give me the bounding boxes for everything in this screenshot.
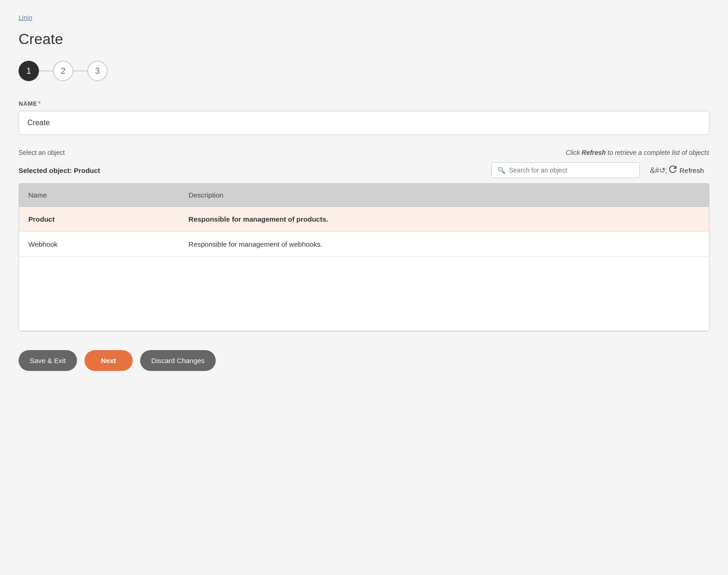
objects-table: Name Description Product Responsible for…: [19, 184, 709, 331]
name-field-group: NAME*: [19, 100, 709, 135]
table-empty-row: [19, 257, 709, 331]
table-wrapper: Name Description Product Responsible for…: [19, 183, 709, 332]
refresh-button[interactable]: &#↺; Refresh: [644, 162, 709, 179]
object-toolbar: Selected object: Product 🔍 &#↺; Refresh: [19, 162, 709, 179]
refresh-label: Refresh: [679, 166, 704, 174]
step-connector-1: [39, 70, 53, 71]
save-exit-button[interactable]: Save & Exit: [19, 350, 77, 371]
object-section: Select an object Click Refresh to retrie…: [19, 149, 709, 332]
row-description: Responsible for management of webhooks.: [179, 232, 709, 257]
table-row[interactable]: Webhook Responsible for management of we…: [19, 232, 709, 257]
step-3[interactable]: 3: [87, 61, 108, 81]
object-section-header: Select an object Click Refresh to retrie…: [19, 149, 709, 156]
row-description: Responsible for management of products.: [179, 207, 709, 232]
required-star: *: [38, 100, 41, 107]
table-row[interactable]: Product Responsible for management of pr…: [19, 207, 709, 232]
name-input[interactable]: [19, 111, 709, 135]
footer-buttons: Save & Exit Next Discard Changes: [19, 350, 709, 371]
refresh-hint: Click Refresh to retrieve a complete lis…: [566, 149, 709, 156]
search-icon: 🔍: [497, 166, 505, 174]
stepper: 1 2 3: [19, 61, 709, 81]
search-input[interactable]: [509, 166, 634, 174]
step-connector-2: [73, 70, 87, 71]
select-object-label: Select an object: [19, 149, 65, 156]
refresh-icon: &#↺;: [650, 166, 676, 175]
row-name: Webhook: [19, 232, 179, 257]
col-name: Name: [19, 184, 179, 207]
name-label: NAME*: [19, 100, 709, 107]
discard-button[interactable]: Discard Changes: [140, 350, 216, 371]
breadcrumb[interactable]: Linio: [19, 14, 709, 21]
next-button[interactable]: Next: [84, 350, 133, 371]
search-box: 🔍: [491, 162, 640, 178]
selected-object-label: Selected object: Product: [19, 166, 100, 174]
search-refresh-group: 🔍 &#↺; Refresh: [491, 162, 709, 179]
step-2[interactable]: 2: [53, 61, 73, 81]
page-title: Create: [19, 31, 709, 48]
row-name: Product: [19, 207, 179, 232]
col-description: Description: [179, 184, 709, 207]
step-1[interactable]: 1: [19, 61, 39, 81]
